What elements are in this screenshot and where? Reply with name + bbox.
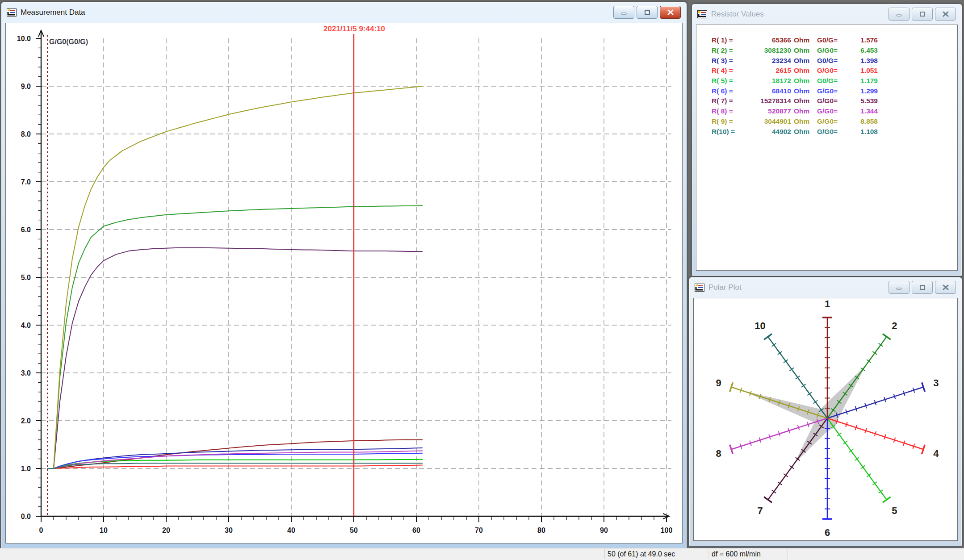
- r-value: 44902: [739, 128, 791, 136]
- resistor-row: R( 3) =23234OhmG0/G=1.398: [712, 55, 956, 66]
- svg-text:8: 8: [716, 448, 721, 459]
- r-unit: Ohm: [791, 107, 814, 115]
- svg-text:10: 10: [754, 320, 765, 331]
- svg-text:2021/11/5 9:44:10: 2021/11/5 9:44:10: [323, 25, 385, 33]
- r-unit: Ohm: [791, 77, 814, 85]
- r-label: R( 3) =: [712, 57, 739, 65]
- minimize-icon: [896, 285, 903, 290]
- r-unit: Ohm: [791, 97, 814, 105]
- svg-text:90: 90: [600, 527, 608, 534]
- r-label: R( 7) =: [712, 97, 739, 105]
- resistor-row: R( 2) =3081230OhmG/G0=6.453: [712, 46, 956, 56]
- status-separator: [604, 549, 605, 559]
- r-ratio-label: G/G0=: [814, 46, 849, 54]
- close-icon: [667, 9, 674, 15]
- svg-text:2.0: 2.0: [21, 417, 31, 425]
- resistor-row: R( 9) =3044901OhmG/G0=8.858: [712, 117, 956, 127]
- r-value: 520877: [739, 107, 791, 115]
- svg-text:7.0: 7.0: [21, 178, 31, 186]
- measurement-titlebar[interactable]: Measurement Data: [1, 2, 687, 23]
- resistor-row: R( 4) =2615OhmG/G0=1.051: [712, 66, 956, 76]
- r-ratio-value: 6.453: [849, 46, 878, 54]
- r-label: R(10) =: [712, 128, 739, 136]
- svg-text:0.0: 0.0: [21, 513, 31, 520]
- svg-text:9.0: 9.0: [21, 83, 31, 90]
- svg-text:100: 100: [661, 527, 673, 534]
- r-value: 65366: [739, 36, 791, 44]
- status-sample-position: 50 (of 61) at 49.0 sec: [608, 548, 675, 560]
- maximize-button[interactable]: [912, 8, 933, 21]
- chart-window-icon: [7, 8, 17, 17]
- r-ratio-label: G/G0=: [814, 97, 849, 105]
- close-icon: [942, 284, 949, 290]
- measurement-chart-area[interactable]: 0.01.02.03.04.05.06.07.08.09.010.0010203…: [5, 23, 683, 543]
- r-unit: Ohm: [791, 117, 814, 125]
- r-ratio-label: G/G0=: [814, 128, 849, 136]
- minimize-button[interactable]: [613, 6, 634, 19]
- r-ratio-label: G/G0=: [814, 67, 849, 75]
- r-ratio-label: G0/G=: [814, 77, 849, 85]
- r-ratio-value: 8.858: [849, 117, 878, 125]
- svg-text:80: 80: [537, 527, 545, 534]
- resistor-row: R( 6) =68410OhmG/G0=1.299: [712, 86, 956, 96]
- minimize-button[interactable]: [889, 8, 910, 21]
- maximize-icon: [919, 284, 926, 290]
- r-ratio-label: G/G0=: [814, 107, 849, 115]
- resistor-row: R( 1) =65366OhmG0/G=1.576: [712, 35, 956, 46]
- r-value: 2615: [739, 67, 791, 75]
- svg-text:6: 6: [825, 527, 830, 538]
- minimize-icon: [896, 12, 903, 17]
- svg-text:7: 7: [757, 505, 763, 516]
- r-ratio-value: 1.576: [849, 36, 878, 44]
- svg-text:G/G0(G0/G): G/G0(G0/G): [49, 38, 88, 46]
- r-ratio-value: 1.051: [849, 67, 878, 75]
- resistor-row: R( 7) =15278314OhmG/G0=5.539: [712, 96, 956, 106]
- maximize-icon: [919, 11, 926, 17]
- r-ratio-label: G/G0=: [814, 117, 849, 125]
- minimize-icon: [620, 10, 628, 15]
- status-separator: [708, 549, 708, 559]
- r-ratio-value: 1.398: [849, 57, 878, 65]
- r-unit: Ohm: [791, 128, 814, 136]
- svg-text:60: 60: [412, 527, 420, 534]
- r-value: 18172: [739, 77, 791, 85]
- minimize-button[interactable]: [889, 281, 910, 294]
- svg-text:70: 70: [475, 527, 483, 534]
- r-unit: Ohm: [791, 46, 814, 54]
- r-ratio-value: 1.299: [849, 87, 878, 95]
- close-button[interactable]: [935, 281, 956, 294]
- svg-text:20: 20: [162, 527, 170, 534]
- svg-text:3.0: 3.0: [21, 369, 31, 377]
- r-label: R( 8) =: [712, 107, 739, 115]
- svg-text:5: 5: [892, 505, 897, 516]
- r-unit: Ohm: [791, 57, 814, 65]
- status-flow-rate: df = 600 ml/min: [712, 548, 761, 560]
- r-unit: Ohm: [791, 67, 814, 75]
- resistor-values-panel: R( 1) =65366OhmG0/G=1.576R( 2) =3081230O…: [696, 25, 958, 271]
- maximize-button[interactable]: [912, 281, 933, 294]
- r-label: R( 6) =: [712, 87, 739, 95]
- maximize-icon: [644, 9, 651, 15]
- r-value: 23234: [739, 57, 791, 65]
- r-value: 15278314: [739, 97, 791, 105]
- resistor-row: R(10) =44902OhmG/G0=1.108: [712, 126, 956, 137]
- r-value: 3081230: [739, 46, 791, 54]
- close-button[interactable]: [935, 8, 956, 21]
- svg-text:40: 40: [287, 527, 295, 534]
- window-title: Resistor Values: [711, 10, 764, 19]
- close-button[interactable]: [660, 6, 681, 19]
- r-ratio-label: G0/G=: [814, 36, 849, 44]
- chart-window-icon: [695, 284, 704, 292]
- resistor-values-list: R( 1) =65366OhmG0/G=1.576R( 2) =3081230O…: [712, 35, 956, 137]
- svg-text:8.0: 8.0: [21, 130, 31, 138]
- svg-text:10: 10: [100, 527, 108, 534]
- polar-plot-area: 12345678910: [693, 298, 958, 541]
- svg-text:0: 0: [39, 527, 43, 534]
- maximize-button[interactable]: [637, 6, 658, 19]
- r-ratio-value: 1.108: [849, 128, 878, 136]
- measurement-chart[interactable]: 0.01.02.03.04.05.06.07.08.09.010.0010203…: [6, 23, 682, 543]
- status-separator: [788, 549, 788, 559]
- svg-text:9: 9: [716, 377, 721, 389]
- svg-text:30: 30: [225, 527, 233, 534]
- status-bar: 50 (of 61) at 49.0 sec df = 600 ml/min: [0, 548, 964, 560]
